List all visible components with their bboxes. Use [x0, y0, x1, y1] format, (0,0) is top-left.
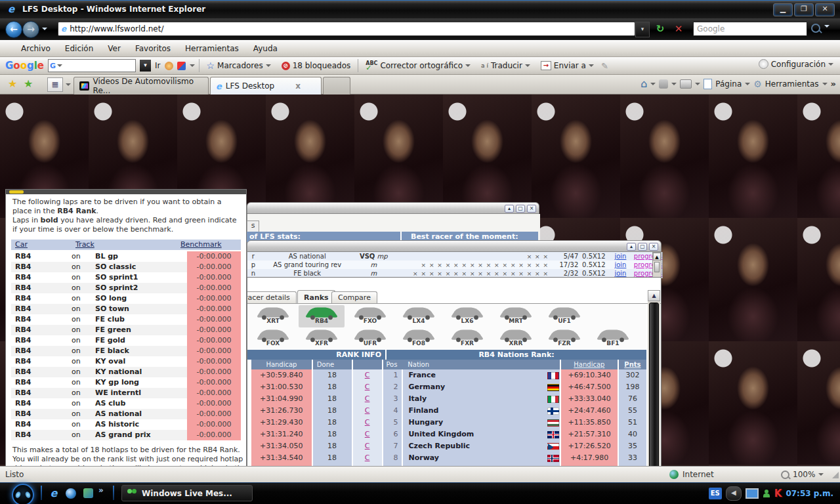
nation-rank-row[interactable]: +31:31.240 18 C 6 United Kingdom +21:57.…	[247, 429, 646, 440]
quicklaunch-browser-icon[interactable]	[64, 487, 77, 500]
chevron-down-icon[interactable]	[745, 83, 750, 85]
chart-link[interactable]: C	[365, 371, 370, 379]
close-icon[interactable]: ×	[649, 243, 658, 251]
messenger-status-icon[interactable]	[763, 490, 770, 497]
chart-link[interactable]: C	[365, 418, 370, 427]
scroll-up-arrow[interactable]: ▲	[648, 290, 660, 301]
nation-rank-row[interactable]: +30:59.840 18 C 1 France +69:10.340 302	[247, 369, 646, 381]
home-icon[interactable]: ⌂	[640, 77, 647, 90]
hosts-window-titlebar[interactable]: ▴▢×	[247, 240, 662, 252]
network-display-icon[interactable]	[746, 488, 759, 499]
menu-ver[interactable]: Ver	[101, 42, 127, 55]
chart-link[interactable]: C	[365, 406, 370, 415]
host-row[interactable]: r AS national VSQ mp × × × 5/47 0.5X12 j…	[247, 252, 662, 261]
favorites-star-icon[interactable]: ★	[8, 77, 17, 90]
search-input[interactable]: Google	[693, 22, 807, 36]
ranks-scrollbar[interactable]: ▲	[648, 290, 660, 466]
address-bar[interactable]: e http://www.lfsworld.net/	[58, 22, 635, 36]
car-xfr[interactable]: XFR	[299, 327, 345, 350]
close-icon[interactable]: ×	[527, 205, 536, 213]
new-tab-stub[interactable]	[323, 77, 350, 95]
zoom-control[interactable]: 100%	[781, 470, 824, 479]
tools-menu[interactable]: Herramientas	[765, 79, 819, 89]
cube-icon[interactable]	[177, 62, 186, 70]
google-search-input[interactable]: G	[48, 59, 136, 72]
car-xrr[interactable]: XRR	[493, 327, 539, 350]
chart-link[interactable]: C	[365, 394, 370, 403]
search-icon[interactable]	[811, 24, 820, 33]
tab-ranks[interactable]: Ranks	[297, 290, 335, 304]
quick-tabs-icon[interactable]: ▦	[47, 77, 63, 92]
sort-benchmark-link[interactable]: Benchmark	[180, 240, 222, 249]
translate-button[interactable]: a í Traducir	[478, 60, 534, 72]
minimize-button[interactable]: ▁	[773, 3, 793, 16]
menu-herramientas[interactable]: Herramientas	[178, 42, 245, 55]
add-favorite-icon[interactable]: ★	[24, 77, 33, 90]
stop-button[interactable]: ✕	[671, 22, 686, 36]
car-fxo[interactable]: FXO	[347, 305, 393, 327]
nation-rank-row[interactable]: +31:00.530 18 C 2 Germany +46:47.500 198	[247, 381, 646, 393]
language-indicator[interactable]: ES	[709, 488, 722, 499]
sort-track-link[interactable]: Track	[75, 240, 94, 249]
chart-link[interactable]: C	[365, 453, 370, 462]
chart-link[interactable]: C	[365, 430, 370, 438]
google-search-dropdown[interactable]: ▾	[140, 60, 151, 72]
host-row[interactable]: p AS grand touring rev m × × × × × × × ×…	[247, 261, 662, 269]
car-fxr[interactable]: FXR	[444, 327, 490, 350]
refresh-button[interactable]: ↻	[652, 22, 668, 36]
maximize-icon[interactable]: ▢	[516, 205, 525, 213]
nation-rank-row[interactable]: +31:04.990 18 C 3 Italy +33:33.040 76	[247, 393, 646, 405]
menu-ayuda[interactable]: Ayuda	[247, 42, 284, 55]
quicklaunch-messenger-icon[interactable]	[81, 487, 94, 500]
chevron-down-icon[interactable]	[822, 83, 828, 85]
close-tab-icon[interactable]: x	[295, 81, 301, 91]
car-lx6[interactable]: LX6	[444, 305, 490, 327]
send-to-button[interactable]: → Enviar a	[537, 60, 597, 72]
tab-compare[interactable]: Compare	[331, 291, 377, 304]
gear-icon[interactable]: ⚙	[753, 79, 762, 89]
tab-list-dropdown[interactable]	[66, 83, 71, 86]
popup-blocked-button[interactable]: ⊘ 18 bloqueados	[278, 60, 354, 72]
car-fox[interactable]: FOX	[250, 327, 296, 350]
menu-archivo[interactable]: Archivo	[14, 42, 57, 55]
restore-button[interactable]: ❐	[794, 3, 814, 16]
chevron-down-icon[interactable]	[650, 83, 656, 85]
more-commands-chevron[interactable]: »	[831, 79, 836, 89]
start-button[interactable]	[12, 484, 34, 504]
car-bf1[interactable]: BF1	[590, 327, 636, 350]
nation-rank-row[interactable]: +31:34.050 18 C 7 Czech Republic +17:26.…	[247, 440, 646, 452]
go-button[interactable]: Ir	[155, 61, 160, 70]
chevron-down-icon[interactable]	[695, 83, 700, 85]
menu-edición[interactable]: Edición	[58, 42, 100, 55]
hosts-scrollbar[interactable]: ▲	[652, 252, 662, 278]
car-lx4[interactable]: LX4	[396, 305, 442, 327]
tab-videos[interactable]: Videos De Automovilismo Re...	[74, 77, 209, 94]
chart-link[interactable]: C	[365, 442, 370, 450]
toolbar-settings[interactable]: Configuración	[759, 59, 833, 69]
panel-titlebar-fragment[interactable]	[6, 190, 246, 194]
page-menu[interactable]: Página	[715, 79, 742, 89]
shade-icon[interactable]: ▴	[627, 243, 636, 251]
tab-racer-details[interactable]: racer details	[247, 291, 297, 304]
car-xrt[interactable]: XRT	[250, 305, 296, 327]
menu-favoritos[interactable]: Favoritos	[129, 42, 177, 55]
pagerank-icon[interactable]	[165, 62, 173, 70]
shade-icon[interactable]: ▴	[505, 205, 514, 213]
join-link[interactable]: join	[614, 253, 626, 260]
nation-rank-row[interactable]: +31:26.730 18 C 4 Finland +24:47.460 55	[247, 405, 646, 417]
car-fzr[interactable]: FZR	[541, 327, 587, 350]
quicklaunch-more-chevron[interactable]: »	[98, 486, 104, 495]
nation-rank-row[interactable]: +31:29.430 18 C 5 Hungary +11:35.850 51	[247, 417, 646, 429]
print-icon[interactable]	[680, 79, 692, 89]
highlighter-icon[interactable]: ✎	[601, 61, 608, 71]
tab-lfs-desktop[interactable]: e LFS Desktop x	[210, 77, 322, 94]
nation-rank-row[interactable]: +31:34.540 18 C 8 Norway +4:17.980 33	[247, 452, 646, 464]
page-menu-icon[interactable]	[704, 79, 712, 89]
search-options-dropdown[interactable]	[824, 25, 830, 28]
quicklaunch-ie-icon[interactable]: e	[47, 487, 60, 500]
kaspersky-icon[interactable]: K	[774, 488, 782, 499]
back-button[interactable]: ←	[5, 21, 22, 38]
close-button[interactable]: ✕	[815, 3, 835, 16]
chevron-down-icon[interactable]	[190, 64, 195, 67]
car-fo8[interactable]: FO8	[396, 327, 442, 350]
